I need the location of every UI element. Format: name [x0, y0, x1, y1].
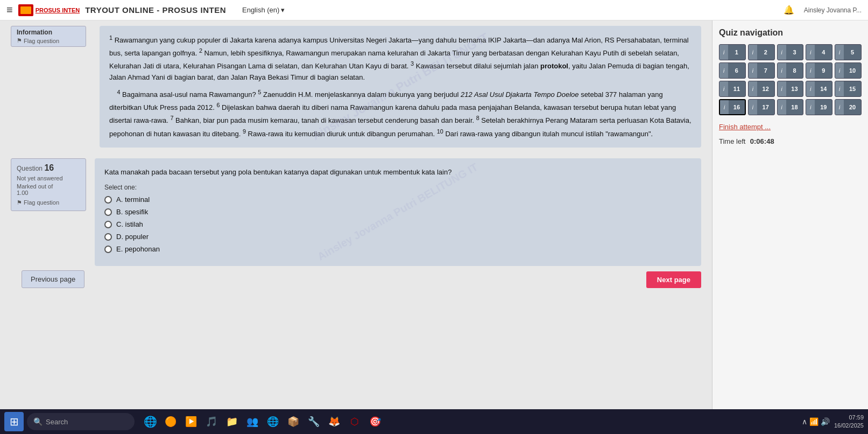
- nav-btn-4[interactable]: i4: [806, 44, 832, 60]
- nav-btn-16[interactable]: i16: [719, 99, 746, 115]
- nav-btn-14[interactable]: i14: [806, 81, 832, 97]
- nav-btn-6[interactable]: i6: [719, 62, 746, 79]
- app-icon-10[interactable]: 🦊: [326, 414, 342, 430]
- app-icon-2[interactable]: 🟠: [163, 414, 179, 430]
- app-icon-4[interactable]: 🎵: [203, 414, 220, 430]
- nav-btn-20[interactable]: i20: [835, 99, 862, 115]
- nav-grid: i1i2i3i4i5i6i7i8i9i10i11i12i13i14i15i16i…: [719, 44, 862, 115]
- nav-btn-15[interactable]: i15: [835, 81, 862, 97]
- hamburger-icon[interactable]: ≡: [6, 4, 13, 16]
- question-status: Not yet answered: [17, 175, 80, 181]
- taskbar-date-value: 16/02/2025: [834, 422, 864, 430]
- app-icon-6[interactable]: 👥: [244, 414, 260, 430]
- windows-logo-icon: ⊞: [10, 415, 19, 428]
- app-icon-8[interactable]: 📦: [285, 414, 301, 430]
- quiz-nav-title: Quiz navigation: [719, 28, 862, 38]
- option-B[interactable]: B. spesifik: [104, 208, 691, 216]
- radio-C[interactable]: [104, 221, 112, 228]
- flag-question-link-2[interactable]: ⚑ Flag question: [17, 199, 80, 206]
- content-area: Information ⚑ Flag question Ainsley Jova…: [0, 20, 712, 434]
- nav-btn-i-5: i: [835, 45, 844, 60]
- user-name: Ainsley Jovanna P...: [804, 6, 862, 14]
- nav-btn-13[interactable]: i13: [777, 81, 804, 97]
- nav-btn-i-18: i: [778, 100, 786, 115]
- nav-btn-5[interactable]: i5: [835, 44, 862, 60]
- nav-btn-i-20: i: [835, 100, 844, 115]
- nav-btn-2[interactable]: i2: [748, 44, 775, 60]
- nav-btn-18[interactable]: i18: [777, 99, 804, 115]
- taskbar-time-value: 07:59: [834, 414, 864, 422]
- option-C-label: C. istilah: [116, 220, 143, 228]
- nav-btn-10[interactable]: i10: [835, 62, 862, 79]
- flag-question-link[interactable]: ⚑ Flag question: [17, 37, 80, 44]
- nav-btn-i-4: i: [806, 45, 815, 60]
- option-A[interactable]: A. terminal: [104, 195, 691, 204]
- logo-icon: [18, 4, 33, 16]
- left-panel: Information ⚑ Flag question: [11, 26, 94, 154]
- radio-B[interactable]: [104, 208, 112, 216]
- nav-btn-8[interactable]: i8: [777, 62, 804, 79]
- app-icon-3[interactable]: ▶️: [183, 414, 199, 430]
- volume-icon[interactable]: 🔊: [821, 417, 830, 426]
- nav-btn-num-3: 3: [786, 49, 803, 55]
- nav-btn-i-17: i: [749, 100, 757, 115]
- previous-page-button[interactable]: Previous page: [22, 270, 84, 288]
- language-selector[interactable]: English (en) ▾: [242, 6, 285, 14]
- nav-btn-7[interactable]: i7: [748, 62, 775, 79]
- app-icon-1[interactable]: 🌐: [142, 414, 158, 430]
- nav-btn-11[interactable]: i11: [719, 81, 746, 97]
- app-icon-5[interactable]: 📁: [224, 414, 240, 430]
- nav-btn-i-8: i: [778, 63, 786, 78]
- question-num-value: 16: [44, 163, 54, 172]
- nav-btn-19[interactable]: i19: [806, 99, 832, 115]
- radio-E[interactable]: [104, 246, 112, 253]
- option-D[interactable]: D. populer: [104, 233, 691, 241]
- nav-btn-12[interactable]: i12: [748, 81, 775, 97]
- notification-bell[interactable]: 🔔: [784, 5, 794, 15]
- app-icon-12[interactable]: 🎯: [367, 414, 383, 430]
- passage-para-1: 1 Rawamangun yang cukup populer di Jakar…: [109, 33, 691, 83]
- navbar: ≡ PROSUS INTEN TRYOUT ONLINE - PROSUS IN…: [0, 0, 868, 20]
- nav-btn-num-1: 1: [728, 49, 745, 55]
- taskbar-apps: 🌐 🟠 ▶️ 🎵 📁 👥 🌐 📦 🔧 🦊 ⬡ 🎯: [142, 414, 383, 430]
- option-E-label: E. pepohonan: [116, 245, 160, 253]
- taskbar-clock[interactable]: 07:59 16/02/2025: [834, 414, 864, 430]
- start-button[interactable]: ⊞: [4, 412, 24, 431]
- app-icon-11[interactable]: ⬡: [347, 414, 363, 430]
- option-C[interactable]: C. istilah: [104, 220, 691, 228]
- info-box: Information ⚑ Flag question: [11, 26, 86, 47]
- brand-name: PROSUS INTEN: [36, 7, 80, 13]
- network-icon[interactable]: 📶: [809, 417, 818, 426]
- finish-attempt-link[interactable]: Finish attempt ...: [719, 123, 862, 131]
- main-layout: Information ⚑ Flag question Ainsley Jova…: [0, 20, 868, 434]
- nav-btn-i-16: i: [720, 100, 729, 114]
- radio-D[interactable]: [104, 233, 112, 241]
- question-num-label: Question: [17, 165, 43, 172]
- passage-box: Ainsley Jovanna Putri BELITUNG IT 1 Rawa…: [100, 26, 701, 148]
- nav-btn-num-18: 18: [786, 104, 803, 110]
- nav-btn-17[interactable]: i17: [748, 99, 775, 115]
- question-marked-label: Marked out of 1.00: [17, 183, 80, 196]
- question-box: Ainsley Jovanna Putri BELITUNG IT Kata m…: [95, 158, 701, 267]
- nav-btn-num-5: 5: [844, 49, 861, 55]
- chevron-up-icon[interactable]: ∧: [802, 417, 807, 426]
- nav-btn-9[interactable]: i9: [806, 62, 832, 79]
- nav-btn-i-3: i: [778, 45, 786, 60]
- nav-btn-num-13: 13: [786, 86, 803, 92]
- nav-btn-num-14: 14: [815, 86, 832, 92]
- nav-btn-3[interactable]: i3: [777, 44, 804, 60]
- next-page-button[interactable]: Next page: [646, 271, 701, 288]
- option-B-label: B. spesifik: [116, 208, 148, 216]
- app-icon-7[interactable]: 🌐: [265, 414, 281, 430]
- quiz-navigation-panel: Quiz navigation i1i2i3i4i5i6i7i8i9i10i11…: [712, 20, 868, 434]
- time-left-label: Time left: [719, 137, 745, 145]
- nav-btn-num-10: 10: [844, 67, 861, 74]
- option-E[interactable]: E. pepohonan: [104, 245, 691, 253]
- app-icon-9[interactable]: 🔧: [306, 414, 322, 430]
- nav-btn-num-20: 20: [844, 104, 861, 110]
- radio-A[interactable]: [104, 196, 112, 204]
- nav-btn-1[interactable]: i1: [719, 44, 746, 60]
- option-D-label: D. populer: [116, 233, 149, 241]
- nav-btn-num-7: 7: [757, 67, 774, 74]
- taskbar-search-bar[interactable]: 🔍 Search: [27, 413, 135, 430]
